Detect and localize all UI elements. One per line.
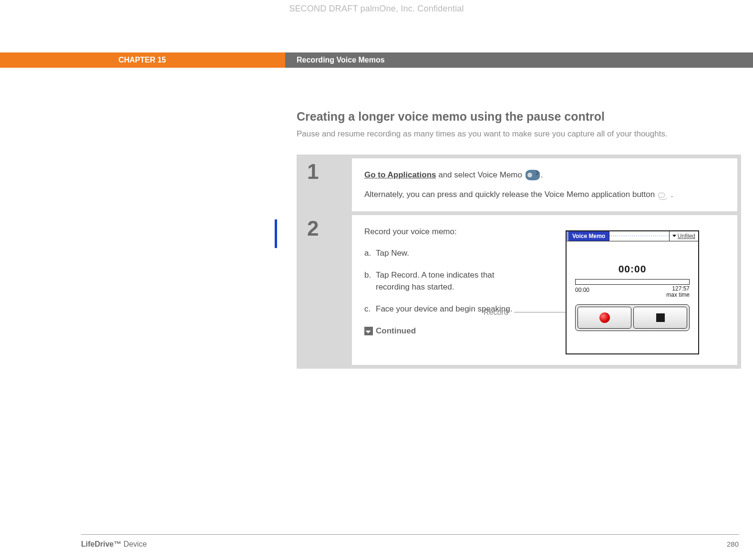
record-callout-line	[514, 312, 566, 312]
voice-memo-app-icon	[526, 170, 540, 180]
record-icon	[599, 312, 610, 323]
step-1-body: Go to Applications and select Voice Memo…	[352, 158, 737, 211]
step-2-lead: Record your voice memo:	[364, 226, 517, 238]
step-1: 1 Go to Applications and select Voice Me…	[300, 158, 737, 211]
step-2-sub-b: b. Tap Record. A tone indicates that rec…	[364, 269, 517, 293]
device-titlebar: Voice Memo Unfiled	[567, 231, 698, 241]
chapter-bar: CHAPTER 15 Recording Voice Memos	[0, 52, 753, 68]
step-1-number: 1	[300, 158, 352, 211]
footer-rule	[81, 534, 739, 535]
voice-memo-hardware-button-icon	[658, 192, 668, 198]
record-button[interactable]	[578, 307, 631, 329]
device-screenshot-callout: Record Voice Memo Unfiled	[522, 226, 725, 354]
go-to-applications-link[interactable]: Go to Applications	[364, 170, 436, 179]
step-2-sub-a: a. Tap New.	[364, 247, 517, 259]
step-2-sub-a-label: a.	[364, 247, 376, 259]
steps-container: 1 Go to Applications and select Voice Me…	[297, 155, 741, 369]
step-2-body: Record your voice memo: a. Tap New. b. T…	[352, 215, 737, 365]
step-2-number: 2	[300, 215, 352, 365]
section-title: Creating a longer voice memo using the p…	[297, 110, 741, 124]
step-1-line2a: Alternately, you can press and quickly r…	[364, 190, 657, 199]
step-2: 2 Record your voice memo: a. Tap New. b.…	[300, 215, 737, 365]
device-controls	[575, 304, 690, 331]
device-max-time-label: max time	[666, 292, 690, 298]
device-elapsed-time: 00:00	[575, 286, 589, 298]
step-1-line2-end: .	[669, 190, 673, 199]
step-2-sub-b-text: Tap Record. A tone indicates that record…	[376, 269, 517, 293]
continued-indicator: Continued	[364, 324, 517, 337]
stop-icon	[656, 313, 665, 322]
step-1-line1-rest: and select Voice Memo	[436, 170, 524, 179]
continued-arrow-icon	[364, 327, 373, 335]
section-description: Pause and resume recording as many times…	[297, 128, 741, 140]
device-titlebar-spacer	[609, 231, 669, 241]
device-time-row: 00:00 127:57 max time	[575, 286, 690, 298]
step-2-sub-c-label: c.	[364, 303, 376, 315]
footer-product-rest: Device	[124, 540, 147, 548]
voice-memo-device-screen: Voice Memo Unfiled 00:00 00:00	[566, 230, 699, 354]
main-content: Creating a longer voice memo using the p…	[297, 110, 741, 369]
confidential-watermark: SECOND DRAFT palmOne, Inc. Confidential	[0, 4, 753, 14]
chapter-label: CHAPTER 15	[118, 56, 166, 64]
device-category-picker[interactable]: Unfiled	[669, 231, 698, 241]
chapter-title-block: Recording Voice Memos	[285, 52, 753, 68]
footer-product-bold: LifeDrive™	[81, 540, 121, 548]
device-progress-bar	[575, 279, 690, 285]
record-callout-label: Record	[484, 307, 508, 318]
device-title: Voice Memo	[568, 231, 609, 241]
chapter-title: Recording Voice Memos	[297, 56, 385, 64]
step-2-sub-a-text: Tap New.	[376, 247, 517, 259]
revision-bar	[275, 219, 277, 248]
device-timer: 00:00	[567, 261, 698, 277]
continued-text: Continued	[376, 326, 416, 335]
stop-button[interactable]	[633, 307, 687, 329]
chapter-label-block: CHAPTER 15	[0, 52, 285, 68]
footer-product: LifeDrive™ Device	[81, 540, 147, 549]
device-category-text: Unfiled	[678, 232, 695, 240]
dropdown-arrow-icon	[672, 235, 676, 237]
step-2-text-column: Record your voice memo: a. Tap New. b. T…	[364, 226, 517, 354]
step-2-sub-b-label: b.	[364, 269, 376, 293]
step-1-line1-end: .	[541, 170, 543, 179]
footer-page-number: 280	[727, 540, 739, 548]
